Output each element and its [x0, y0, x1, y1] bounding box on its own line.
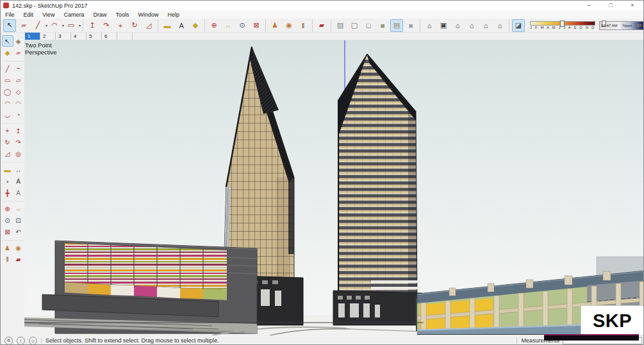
zoom-window-icon[interactable]: ⊡: [13, 214, 24, 226]
freehand-icon[interactable]: ~: [13, 63, 24, 74]
rotated-rectangle-icon[interactable]: ▱: [13, 74, 24, 86]
walk-icon[interactable]: ‖: [297, 19, 310, 32]
top-view-icon[interactable]: ▣: [437, 19, 450, 32]
zoom-extents-icon[interactable]: ⊠: [2, 226, 13, 237]
rectangle-dropdown-arrow-icon[interactable]: ▾: [79, 23, 81, 28]
select-icon[interactable]: ↖: [2, 35, 13, 47]
protractor-icon[interactable]: ◖: [2, 175, 13, 187]
section-plane-icon[interactable]: ▰: [13, 253, 24, 265]
sign-in-icon[interactable]: ☺: [29, 337, 37, 345]
paint-bucket-icon[interactable]: ◆: [2, 47, 13, 58]
scene-tab-1[interactable]: 1: [25, 33, 40, 40]
move-icon[interactable]: +: [114, 19, 127, 32]
scale-icon[interactable]: ◿: [2, 148, 13, 159]
select-icon[interactable]: ↖: [3, 19, 16, 32]
shadow-time-slider[interactable]: 04:47 AM Noon 07:25 PM: [599, 21, 644, 30]
line-dropdown-arrow-icon[interactable]: ▾: [45, 23, 47, 28]
move-icon[interactable]: +: [2, 125, 13, 136]
monochrome-icon[interactable]: ■: [404, 19, 417, 32]
paint-bucket-icon[interactable]: ◆: [189, 19, 202, 32]
section-plane-icon[interactable]: ▰: [315, 19, 328, 32]
wireframe-icon[interactable]: ▢: [348, 19, 361, 32]
rotate-icon[interactable]: ↻: [2, 136, 13, 148]
make-component-icon[interactable]: ◈: [13, 35, 24, 47]
menu-view[interactable]: View: [38, 12, 59, 18]
shaded-textures-icon[interactable]: ▤: [390, 19, 403, 32]
scene-tab-4[interactable]: 4: [71, 33, 87, 40]
menu-edit[interactable]: Edit: [19, 12, 38, 18]
arc-icon[interactable]: ◠: [48, 19, 61, 32]
menu-camera[interactable]: Camera: [59, 12, 88, 18]
shadow-date-bar[interactable]: [530, 21, 595, 26]
scene-tab-2[interactable]: 2: [40, 33, 56, 40]
menu-help[interactable]: Help: [163, 12, 184, 18]
offset-icon[interactable]: ◎: [13, 148, 24, 159]
look-around-icon[interactable]: ◉: [283, 19, 295, 32]
shadow-date-slider[interactable]: J F M A M J J A S O N D: [530, 20, 594, 31]
scale-icon[interactable]: ◿: [142, 19, 155, 32]
position-camera-icon[interactable]: ♟: [268, 19, 281, 32]
menu-file[interactable]: File: [1, 12, 19, 18]
dimension-icon[interactable]: ↔: [13, 164, 24, 175]
push-pull-icon[interactable]: ↥: [13, 125, 24, 136]
rectangle-icon[interactable]: ▭: [65, 19, 78, 32]
shadows-toggle-icon[interactable]: ◪: [512, 19, 525, 32]
scene-tab-6[interactable]: 6: [102, 33, 117, 40]
tape-measure-icon[interactable]: ▬: [2, 164, 13, 175]
menu-window[interactable]: Window: [133, 12, 163, 18]
orbit-icon[interactable]: ⊕: [2, 203, 13, 214]
scene-tab-3[interactable]: 3: [56, 33, 71, 40]
walk-icon[interactable]: ‖: [2, 253, 13, 265]
position-camera-icon[interactable]: ♟: [2, 242, 13, 253]
left-view-icon[interactable]: ⌂: [479, 19, 492, 32]
sunrise-time-label: 04:47 AM: [601, 24, 617, 28]
scene-tab-5[interactable]: 5: [87, 33, 102, 40]
right-view-icon[interactable]: ⌂: [493, 19, 506, 32]
text-icon[interactable]: A: [13, 175, 24, 187]
back-view-icon[interactable]: ⌂: [465, 19, 478, 32]
hidden-line-icon[interactable]: □: [362, 19, 375, 32]
rotate-icon[interactable]: ↻: [128, 19, 141, 32]
pan-icon[interactable]: ⇔: [13, 203, 24, 214]
pie-icon[interactable]: ◔: [13, 109, 24, 120]
orbit-icon[interactable]: ⊕: [208, 19, 220, 32]
minimize-button[interactable]: –: [578, 1, 600, 10]
model-scene[interactable]: [1, 40, 644, 335]
eraser-icon[interactable]: ▰: [17, 19, 30, 32]
menu-draw[interactable]: Draw: [88, 12, 111, 18]
maximize-button[interactable]: □: [600, 1, 622, 10]
three-point-arc-icon[interactable]: ◡: [2, 109, 13, 120]
follow-me-icon[interactable]: ↷: [100, 19, 113, 32]
polygon-icon[interactable]: ◇: [13, 86, 24, 97]
iso-view-icon[interactable]: ⌂: [423, 19, 436, 32]
previous-icon[interactable]: ↶: [13, 226, 24, 237]
zoom-icon[interactable]: ⊙: [236, 19, 249, 32]
3d-text-icon[interactable]: A: [13, 187, 24, 198]
eraser-icon[interactable]: ▰: [13, 47, 24, 58]
two-point-arc-icon[interactable]: ◠: [13, 97, 24, 109]
axes-icon[interactable]: ╋: [2, 187, 13, 198]
tape-measure-icon[interactable]: ▬: [161, 19, 174, 32]
3d-viewport[interactable]: Two Point Perspective: [1, 40, 644, 335]
credits-icon[interactable]: i: [17, 337, 25, 345]
rectangle-icon[interactable]: ▭: [2, 74, 13, 86]
menu-tools[interactable]: Tools: [111, 12, 133, 18]
follow-me-icon[interactable]: ↷: [13, 136, 24, 148]
pan-icon[interactable]: ⇔: [222, 19, 235, 32]
text-icon[interactable]: A: [175, 19, 188, 32]
line-icon[interactable]: ╱: [2, 63, 13, 74]
line-icon[interactable]: ╱: [31, 19, 44, 32]
front-view-icon[interactable]: ⌂: [451, 19, 464, 32]
zoom-icon[interactable]: ⊙: [2, 214, 13, 226]
zoom-extents-icon[interactable]: ⊠: [250, 19, 263, 32]
arc-icon[interactable]: ◠: [2, 97, 13, 109]
look-around-icon[interactable]: ◉: [13, 242, 24, 253]
palette-divider: [2, 58, 24, 61]
geolocation-icon[interactable]: ⊕: [4, 337, 13, 345]
circle-icon[interactable]: ◯: [2, 86, 13, 97]
arc-dropdown-arrow-icon[interactable]: ▾: [62, 23, 64, 28]
push-pull-icon[interactable]: ↥: [86, 19, 99, 32]
shaded-icon[interactable]: ■: [376, 19, 389, 32]
x-ray-icon[interactable]: ▨: [334, 19, 347, 32]
close-button[interactable]: ×: [622, 1, 643, 10]
